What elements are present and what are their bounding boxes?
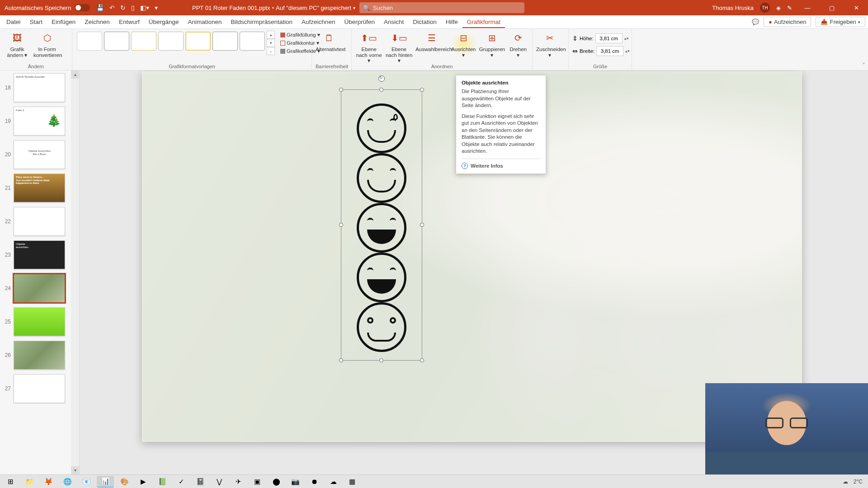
thumbnail-row[interactable]: 19Folie 3🎄 — [3, 107, 79, 136]
tab-aufzeichnen[interactable]: Aufzeichnen — [297, 16, 340, 28]
maximize-button[interactable]: ▢ — [823, 5, 841, 11]
change-graphic-button[interactable]: 🖼Grafik ändern ▾ — [4, 31, 31, 58]
style-preset-2[interactable] — [104, 32, 129, 51]
record-button[interactable]: ●Aufzeichnen — [764, 17, 811, 27]
width-input[interactable] — [596, 46, 623, 56]
onenote-icon[interactable]: 📓 — [192, 476, 209, 488]
style-preset-1[interactable] — [77, 32, 102, 51]
height-input[interactable] — [595, 33, 623, 43]
weather-icon[interactable]: ☁ — [843, 479, 848, 485]
close-button[interactable]: ✕ — [847, 5, 865, 11]
thumbnail-row[interactable]: 18Schrift-Textfeld Auswahl — [3, 73, 79, 102]
emoji-graphic-2[interactable] — [357, 153, 406, 203]
slide-thumbnail-22[interactable] — [14, 207, 65, 236]
qat-more-icon[interactable]: ▾ — [155, 4, 158, 11]
slide-thumbnail-27[interactable] — [14, 374, 65, 403]
thumbnail-row[interactable]: 27 — [3, 374, 79, 403]
crop-button[interactable]: ✂Zuschneiden ▾ — [536, 31, 563, 58]
slideshow-icon[interactable]: ▯ — [131, 4, 135, 11]
rotation-handle[interactable] — [378, 75, 385, 82]
emoji-graphic-3[interactable] — [357, 203, 406, 253]
camera-icon[interactable]: 📷 — [287, 476, 304, 488]
gallery-scroll-up-icon[interactable]: ▴ — [267, 31, 275, 39]
resize-handle[interactable] — [420, 88, 424, 92]
slide-thumbnail-21[interactable]: They went to Saturn…You wouldn't believe… — [14, 174, 65, 202]
share-button[interactable]: 📤Freigeben▾ — [816, 17, 865, 27]
touch-icon[interactable]: ◧▾ — [140, 4, 149, 11]
tab-hilfe[interactable]: Hilfe — [441, 16, 462, 28]
file-explorer-icon[interactable]: 📁 — [21, 476, 38, 488]
send-backward-button[interactable]: ⬇▭Ebene nach hinten ▾ — [385, 31, 412, 64]
save-icon[interactable]: 💾 — [96, 4, 104, 11]
search-box[interactable]: 🔍 — [359, 2, 524, 13]
thumbnail-row[interactable]: 26 — [3, 341, 79, 370]
obs-icon[interactable]: ⬤ — [268, 476, 285, 488]
resize-handle[interactable] — [339, 358, 343, 362]
tab-start[interactable]: Start — [25, 16, 47, 28]
bring-forward-button[interactable]: ⬆▭Ebene nach vorne ▾ — [355, 31, 382, 64]
record-icon[interactable]: ⏺ — [306, 476, 323, 488]
thumbnail-row[interactable]: 20Objekte ausrichtenlike a Boss — [3, 140, 79, 169]
minimize-button[interactable]: — — [798, 5, 816, 11]
thumbnail-row[interactable]: 25 — [3, 307, 79, 336]
slide-thumbnail-26[interactable] — [14, 341, 65, 370]
style-preset-5[interactable] — [185, 32, 211, 51]
tab-dictation[interactable]: Dictation — [408, 16, 441, 28]
resize-handle[interactable] — [379, 358, 383, 362]
pen-icon[interactable]: ✎ — [787, 5, 792, 11]
tooltip-more-info-link[interactable]: ? Weitere Infos — [462, 159, 540, 169]
paint-icon[interactable]: 🎨 — [116, 476, 133, 488]
scroll-up-icon[interactable]: ▴ — [71, 70, 79, 79]
undo-icon[interactable]: ↶ — [109, 4, 115, 11]
temperature-text[interactable]: 2°C — [854, 479, 863, 485]
style-gallery[interactable]: ▴ ▾ ⌄ — [76, 31, 275, 55]
search-input[interactable] — [373, 5, 521, 11]
redo-icon[interactable]: ↻ — [120, 4, 126, 11]
selection-bounding-box[interactable] — [341, 89, 422, 361]
emoji-graphic-1[interactable] — [357, 103, 406, 153]
tab-bildschirmpräsentation[interactable]: Bildschirmpräsentation — [226, 16, 297, 28]
collapse-ribbon-icon[interactable]: ˅ — [863, 62, 865, 68]
group-button[interactable]: ⊞Gruppieren ▾ — [479, 31, 505, 58]
toggle-switch[interactable] — [75, 4, 90, 11]
selection-pane-button[interactable]: ☰Auswahlbereich — [415, 31, 448, 52]
slide-thumbnail-24[interactable] — [14, 274, 65, 303]
firefox-icon[interactable]: 🦊 — [40, 476, 57, 488]
start-button[interactable]: ⊞ — [2, 476, 19, 488]
height-spinner[interactable]: ▴▾ — [624, 36, 629, 41]
slide-thumbnail-18[interactable]: Schrift-Textfeld Auswahl — [14, 73, 65, 102]
style-preset-4[interactable] — [158, 32, 184, 51]
comments-icon[interactable]: 💬 — [752, 19, 759, 25]
powerpoint-icon[interactable]: 📊 — [97, 476, 114, 488]
tab-animationen[interactable]: Animationen — [183, 16, 226, 28]
tab-einfügen[interactable]: Einfügen — [47, 16, 80, 28]
slide-thumbnail-20[interactable]: Objekte ausrichtenlike a Boss — [14, 140, 65, 169]
gallery-scroll-down-icon[interactable]: ▾ — [267, 39, 275, 47]
vlc-icon[interactable]: ▶ — [135, 476, 152, 488]
app2-icon[interactable]: ☁ — [325, 476, 342, 488]
gallery-more-icon[interactable]: ⌄ — [267, 47, 275, 55]
resize-handle[interactable] — [379, 88, 383, 92]
tab-grafikformat[interactable]: Grafikformat — [462, 16, 505, 28]
convert-to-shape-button[interactable]: ⬡In Form konvertieren — [33, 31, 61, 58]
tab-übergänge[interactable]: Übergänge — [144, 16, 184, 28]
resize-handle[interactable] — [420, 358, 424, 362]
slide-thumbnail-19[interactable]: Folie 3🎄 — [14, 107, 65, 136]
document-title[interactable]: PPT 01 Roter Faden 001.pptx • Auf "diese… — [192, 5, 355, 11]
visual-studio-icon[interactable]: ⋁ — [211, 476, 228, 488]
scroll-down-icon[interactable]: ▾ — [71, 466, 79, 474]
slide-thumbnail-25[interactable] — [14, 307, 65, 336]
app-icon[interactable]: ▣ — [249, 476, 266, 488]
diamond-icon[interactable]: ◈ — [776, 5, 781, 11]
chrome-icon[interactable]: 🌐 — [59, 476, 76, 488]
tab-überprüfen[interactable]: Überprüfen — [340, 16, 379, 28]
todoist-icon[interactable]: ✓ — [173, 476, 190, 488]
thumbnail-row[interactable]: 24 — [3, 274, 79, 303]
thumbnail-row[interactable]: 21They went to Saturn…You wouldn't belie… — [3, 174, 79, 202]
rotate-button[interactable]: ⟳Drehen ▾ — [508, 31, 528, 58]
align-button[interactable]: ⊟Ausrichten ▾ — [451, 31, 476, 58]
tab-entwurf[interactable]: Entwurf — [114, 16, 144, 28]
user-avatar[interactable]: TH — [760, 3, 770, 13]
tab-datei[interactable]: Datei — [2, 16, 25, 28]
emoji-graphic-4[interactable] — [357, 253, 406, 302]
